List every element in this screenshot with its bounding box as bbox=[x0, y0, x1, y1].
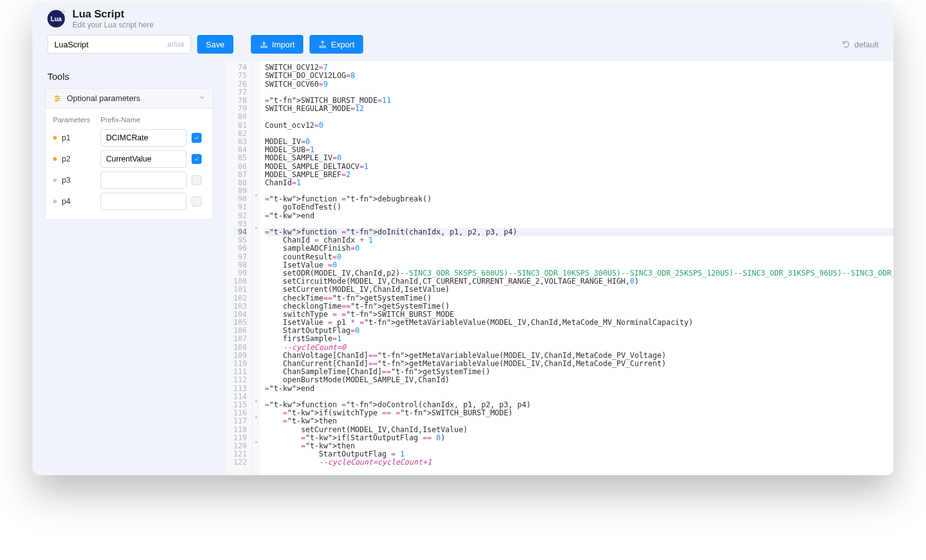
param-value-input[interactable] bbox=[100, 129, 187, 147]
code-editor[interactable]: 7475767778798081828384858687888990919293… bbox=[226, 61, 894, 475]
param-key: p2 bbox=[53, 155, 95, 163]
reset-default-button[interactable]: default bbox=[842, 40, 879, 49]
filename-input[interactable]: LuaScript .arlua bbox=[47, 35, 191, 54]
col-prefix: Prefix-Name bbox=[100, 116, 187, 123]
title-block: Lua Script Edit your Lua script here bbox=[72, 7, 154, 30]
toolbar: LuaScript .arlua Save Import Export defa… bbox=[32, 35, 894, 61]
svg-rect-1 bbox=[320, 46, 326, 47]
page-title: Lua Script bbox=[72, 7, 154, 21]
param-checkbox[interactable] bbox=[192, 133, 202, 143]
param-checkbox[interactable] bbox=[192, 154, 202, 164]
param-header-row: Parameters Prefix-Name bbox=[53, 113, 205, 127]
panel-header[interactable]: Optional parameters bbox=[46, 89, 213, 109]
status-dot bbox=[53, 157, 57, 161]
param-value-input[interactable] bbox=[100, 171, 187, 189]
status-dot bbox=[53, 178, 57, 182]
param-key: p4 bbox=[53, 197, 95, 206]
param-checkbox[interactable] bbox=[192, 175, 202, 185]
code-area[interactable]: SWITCH_OCV12=7SWITCH_DO_OCV12LOG=8SWITCH… bbox=[260, 61, 894, 475]
param-row: p2 bbox=[53, 148, 205, 170]
svg-rect-0 bbox=[261, 46, 266, 47]
export-button[interactable]: Export bbox=[309, 35, 363, 54]
tools-title: Tools bbox=[47, 71, 211, 82]
app-window: Lua Lua Script Edit your Lua script here… bbox=[32, 1, 894, 475]
param-row: p4 bbox=[53, 191, 205, 212]
optional-params-panel: Optional parameters Parameters Prefix-Na… bbox=[45, 88, 213, 220]
col-param: Parameters bbox=[53, 116, 95, 123]
header: Lua Lua Script Edit your Lua script here bbox=[32, 1, 894, 35]
import-button[interactable]: Import bbox=[251, 35, 304, 54]
param-key: p3 bbox=[53, 176, 95, 185]
panel-body: Parameters Prefix-Name p1p2p3p4 bbox=[46, 109, 213, 220]
sidebar: Tools Optional parameters Parameters Pre… bbox=[32, 61, 226, 475]
content: Tools Optional parameters Parameters Pre… bbox=[32, 61, 894, 475]
line-gutter: 7475767778798081828384858687888990919293… bbox=[226, 61, 253, 475]
page-subtitle: Edit your Lua script here bbox=[72, 21, 154, 30]
import-icon bbox=[260, 40, 268, 49]
save-button[interactable]: Save bbox=[197, 35, 233, 54]
filename-value: LuaScript bbox=[54, 40, 89, 49]
status-dot bbox=[53, 200, 57, 203]
chevron-down-icon bbox=[198, 93, 207, 104]
param-value-input[interactable] bbox=[100, 150, 187, 168]
undo-icon bbox=[842, 40, 850, 49]
status-dot bbox=[53, 136, 57, 140]
param-checkbox[interactable] bbox=[192, 196, 202, 206]
param-key: p1 bbox=[53, 133, 95, 142]
filename-ext: .arlua bbox=[165, 40, 184, 49]
param-row: p3 bbox=[53, 170, 205, 191]
fold-gutter: ▾ ▾ ▾ ▾ ▾ bbox=[253, 61, 260, 475]
lua-logo-icon: Lua bbox=[47, 10, 65, 27]
param-row: p1 bbox=[53, 127, 205, 148]
params-icon bbox=[53, 94, 62, 103]
export-icon bbox=[318, 40, 327, 49]
param-value-input[interactable] bbox=[100, 193, 187, 210]
panel-label: Optional parameters bbox=[67, 94, 140, 103]
